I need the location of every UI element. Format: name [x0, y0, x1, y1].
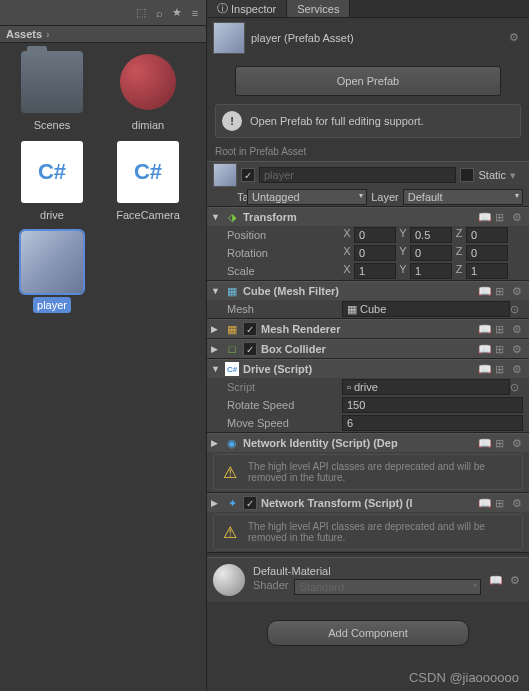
preset-icon[interactable]: ⊞ [495, 343, 508, 356]
foldout-icon[interactable]: ▼ [211, 212, 221, 222]
script-icon: C# [117, 141, 179, 203]
help-icon[interactable]: 📖 [478, 211, 491, 224]
help-icon[interactable]: 📖 [478, 323, 491, 336]
foldout-icon[interactable]: ▼ [211, 364, 221, 374]
comp-checkbox[interactable] [243, 322, 257, 336]
gear-icon[interactable]: ⚙ [512, 211, 525, 224]
warning-icon: ⚠ [220, 462, 240, 482]
prefab-name: player (Prefab Asset) [251, 32, 354, 44]
root-label: Root in Prefab Asset [207, 142, 529, 161]
pos-y[interactable]: 0.5 [410, 227, 452, 243]
box-collider-icon: □ [225, 342, 239, 356]
preset-icon[interactable]: ⊞ [495, 285, 508, 298]
rotate-speed-field[interactable]: 150 [342, 397, 523, 413]
gear-icon[interactable]: ⚙ [512, 285, 525, 298]
move-speed-field[interactable]: 6 [342, 415, 523, 431]
name-field[interactable]: player [259, 167, 456, 183]
tab-services[interactable]: Services [287, 0, 350, 17]
material-icon [117, 51, 179, 113]
rot-y[interactable]: 0 [410, 245, 452, 261]
assets-header[interactable]: Assets [0, 26, 206, 43]
active-checkbox[interactable] [241, 168, 255, 182]
mesh-field[interactable]: ▦ Cube [342, 301, 510, 317]
prefab-icon [21, 231, 83, 293]
foldout-icon[interactable]: ▶ [211, 498, 221, 508]
comp-checkbox[interactable] [243, 496, 257, 510]
preset-icon[interactable]: ⊞ [495, 363, 508, 376]
gear-icon[interactable]: ⚙ [512, 363, 525, 376]
script-icon: C# [225, 362, 239, 376]
asset-drive[interactable]: C# drive [8, 141, 96, 223]
foldout-icon[interactable]: ▼ [211, 286, 221, 296]
transform-icon: ⬗ [225, 210, 239, 224]
inspector-icon: ⓘ [217, 1, 228, 16]
asset-player[interactable]: player [8, 231, 96, 313]
preset-icon[interactable]: ⊞ [495, 437, 508, 450]
help-icon[interactable]: 📖 [478, 363, 491, 376]
preset-icon[interactable]: ⊞ [495, 497, 508, 510]
picker-icon[interactable]: ⊙ [510, 381, 523, 394]
tag-dropdown[interactable]: Untagged [247, 189, 367, 205]
rot-z[interactable]: 0 [466, 245, 508, 261]
create-icon[interactable]: ⬚ [134, 6, 148, 20]
gear-icon[interactable]: ⚙ [512, 497, 525, 510]
search-icon[interactable]: ⌕ [152, 6, 166, 20]
asset-dimian[interactable]: dimian [104, 51, 192, 133]
folder-icon [21, 51, 83, 113]
gear-icon[interactable]: ⚙ [512, 437, 525, 450]
foldout-icon[interactable]: ▶ [211, 438, 221, 448]
open-prefab-hint: ! Open Prefab for full editing support. [215, 104, 521, 138]
pos-z[interactable]: 0 [466, 227, 508, 243]
script-field: ▫ drive [342, 379, 510, 395]
scl-y[interactable]: 1 [410, 263, 452, 279]
gear-icon[interactable]: ⚙ [512, 323, 525, 336]
pos-x[interactable]: 0 [354, 227, 396, 243]
assets-grid: Scenes dimian C# drive C# FaceCamera pla… [0, 43, 206, 321]
help-icon[interactable]: 📖 [478, 285, 491, 298]
network-transform-icon: ✦ [225, 496, 239, 510]
script-icon: C# [21, 141, 83, 203]
gear-icon[interactable]: ⚙ [510, 574, 523, 587]
add-component-button[interactable]: Add Component [267, 620, 469, 646]
asset-scenes[interactable]: Scenes [8, 51, 96, 133]
gear-icon[interactable]: ⚙ [509, 31, 523, 45]
material-preview-icon [213, 564, 245, 596]
rot-x[interactable]: 0 [354, 245, 396, 261]
shader-dropdown[interactable]: Standard [294, 579, 481, 595]
network-icon: ◉ [225, 436, 239, 450]
warning-icon: ⚠ [220, 522, 240, 542]
prefab-icon [213, 22, 245, 54]
tab-inspector[interactable]: ⓘInspector [207, 0, 287, 17]
gameobject-icon [213, 163, 237, 187]
preset-icon[interactable]: ⊞ [495, 211, 508, 224]
foldout-icon[interactable]: ▶ [211, 344, 221, 354]
favorite-icon[interactable]: ★ [170, 6, 184, 20]
asset-facecamera[interactable]: C# FaceCamera [104, 141, 192, 223]
mesh-filter-icon: ▦ [225, 284, 239, 298]
material-name: Default-Material [253, 565, 481, 577]
foldout-icon[interactable]: ▶ [211, 324, 221, 334]
info-icon: ! [222, 111, 242, 131]
static-checkbox[interactable] [460, 168, 474, 182]
menu-icon[interactable]: ≡ [188, 6, 202, 20]
help-icon[interactable]: 📖 [478, 437, 491, 450]
comp-checkbox[interactable] [243, 342, 257, 356]
scl-z[interactable]: 1 [466, 263, 508, 279]
picker-icon[interactable]: ⊙ [510, 303, 523, 316]
open-prefab-button[interactable]: Open Prefab [235, 66, 501, 96]
help-icon[interactable]: 📖 [478, 343, 491, 356]
preset-icon[interactable]: ⊞ [495, 323, 508, 336]
help-icon[interactable]: 📖 [489, 574, 502, 587]
watermark: CSDN @jiaoooooo [409, 670, 519, 685]
help-icon[interactable]: 📖 [478, 497, 491, 510]
layer-dropdown[interactable]: Default [403, 189, 523, 205]
mesh-renderer-icon: ▦ [225, 322, 239, 336]
gear-icon[interactable]: ⚙ [512, 343, 525, 356]
chevron-down-icon[interactable]: ▾ [510, 169, 523, 182]
scl-x[interactable]: 1 [354, 263, 396, 279]
